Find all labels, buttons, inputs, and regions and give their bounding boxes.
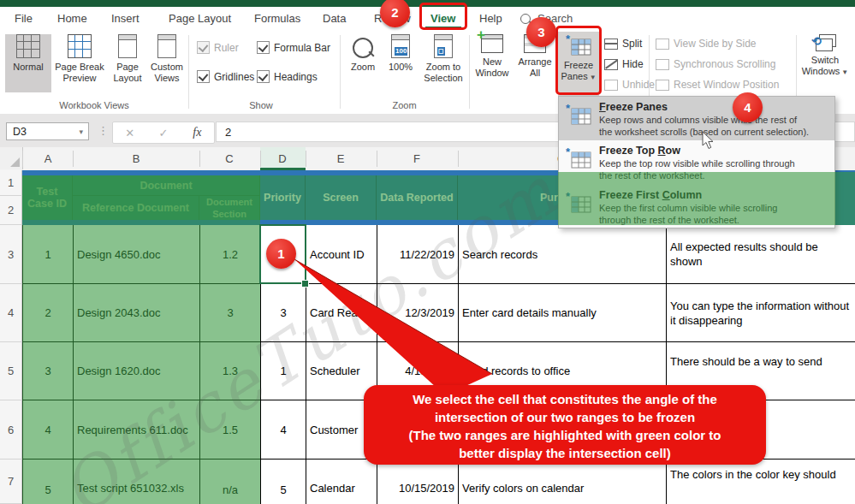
formula-bar-checkbox[interactable]: Formula Bar: [257, 41, 330, 54]
menu-item-freeze-panes[interactable]: * Freeze Panes Keep rows and columns vis…: [559, 97, 834, 140]
row-header-5[interactable]: 5: [0, 342, 22, 400]
reset-window-position-button: Reset Window Position: [656, 79, 779, 91]
cell-b6[interactable]: Requirements 611.doc: [74, 400, 200, 460]
zoom-to-selection-button[interactable]: ◻ Zoom to Selection: [419, 34, 467, 84]
switch-windows-icon: ⟲: [814, 34, 836, 51]
cell-c4[interactable]: 3: [200, 284, 261, 342]
workbook-views-group-label: Workbook Views: [9, 100, 180, 110]
split-button[interactable]: Split: [604, 38, 642, 50]
cell-a5[interactable]: 3: [23, 342, 74, 400]
formula-bar-dots-icon: ⋮: [98, 124, 109, 137]
column-header-f[interactable]: F: [413, 152, 420, 165]
column-header-b[interactable]: B: [133, 152, 140, 165]
column-header-c[interactable]: C: [225, 152, 233, 165]
row-header-7[interactable]: 7: [0, 460, 22, 504]
enter-icon[interactable]: ✓: [146, 127, 180, 139]
cell-a4[interactable]: 2: [23, 284, 74, 342]
header-reference-document[interactable]: Reference Document: [73, 196, 199, 220]
column-header-a[interactable]: A: [45, 152, 52, 165]
header-document[interactable]: Document: [73, 175, 260, 196]
header-test-case-id[interactable]: TestCase ID: [22, 175, 73, 220]
tab-page-layout[interactable]: Page Layout: [169, 12, 231, 25]
cell-d4[interactable]: 3: [261, 284, 306, 342]
svg-text:*: *: [566, 147, 571, 158]
switch-windows-button[interactable]: ⟲ Switch Windows▼: [801, 34, 849, 78]
normal-view-button[interactable]: Normal: [5, 34, 51, 92]
name-box-dropdown-icon[interactable]: ▾: [79, 127, 83, 136]
tab-help[interactable]: Help: [479, 12, 502, 25]
gridlines-checkbox[interactable]: Gridlines: [197, 70, 254, 83]
cell-a6[interactable]: 4: [23, 400, 74, 460]
cell-g3[interactable]: Search records: [459, 225, 667, 284]
freeze-first-column-menu-icon: *: [566, 192, 591, 214]
page-break-preview-button[interactable]: Page Break Preview: [53, 34, 106, 84]
fill-handle[interactable]: [301, 280, 309, 288]
header-priority[interactable]: Priority: [260, 175, 306, 220]
menu-item-freeze-top-row[interactable]: * Freeze Top Row Keep the top row visibl…: [559, 140, 834, 184]
cell-b7[interactable]: Test script 651032.xls: [74, 460, 200, 504]
row-header-4[interactable]: 4: [0, 284, 22, 342]
cell-b5[interactable]: Design 1620.doc: [74, 342, 200, 400]
cell-d7[interactable]: 5: [261, 460, 306, 504]
tab-home[interactable]: Home: [57, 12, 87, 25]
header-screen[interactable]: Screen: [306, 175, 377, 220]
tab-formulas[interactable]: Formulas: [254, 12, 300, 25]
show-group-label: Show: [197, 100, 325, 110]
row-header-3[interactable]: 3: [0, 225, 22, 284]
cell-b4[interactable]: Design 2043.doc: [74, 284, 200, 342]
cell-c3[interactable]: 1.2: [200, 225, 261, 284]
cell-c5[interactable]: 1.3: [200, 342, 261, 400]
cell-a7[interactable]: 5: [23, 460, 74, 504]
cell-f3[interactable]: 11/22/2019: [377, 225, 459, 284]
header-data-reported[interactable]: Data Reported: [377, 175, 458, 220]
checkbox-checked-icon: [197, 41, 210, 54]
column-header-d[interactable]: D: [278, 152, 286, 165]
cell-c6[interactable]: 1.5: [200, 400, 261, 460]
view-side-by-side-icon: [656, 39, 669, 50]
cell-e3[interactable]: Account ID: [306, 225, 377, 284]
cell-a3[interactable]: 1: [23, 225, 74, 284]
cell-g4[interactable]: Enter card details manually: [459, 284, 667, 342]
cell-h4[interactable]: You can type the information without it …: [667, 284, 855, 342]
cell-c7[interactable]: n/a: [200, 460, 261, 504]
zoom-button[interactable]: Zoom: [344, 36, 382, 73]
tab-file[interactable]: File: [15, 12, 33, 25]
cancel-icon[interactable]: ✕: [113, 127, 146, 139]
zoom-100-button[interactable]: 100 100%: [383, 34, 418, 73]
cell-f7[interactable]: 10/15/2019: [377, 460, 459, 504]
tab-insert[interactable]: Insert: [111, 12, 140, 25]
cell-f4[interactable]: 12/3/2019: [377, 284, 459, 342]
cell-d5[interactable]: 1: [261, 342, 306, 400]
select-all-corner[interactable]: [0, 147, 23, 169]
page-break-preview-icon: [68, 34, 92, 58]
insert-function-icon[interactable]: fx: [181, 126, 214, 139]
formula-buttons: ✕ ✓ fx: [112, 122, 215, 144]
row-header-6[interactable]: 6: [0, 400, 22, 460]
custom-views-button[interactable]: Custom Views: [147, 34, 187, 84]
zoom-100-icon: 100: [391, 34, 410, 58]
cell-d6[interactable]: 4: [261, 400, 306, 460]
headings-checkbox[interactable]: Headings: [257, 70, 318, 83]
row-header-2[interactable]: 2: [0, 196, 22, 225]
tab-data[interactable]: Data: [323, 12, 346, 25]
new-window-button[interactable]: + New Window: [472, 34, 512, 79]
name-box[interactable]: D3 ▾: [6, 122, 89, 140]
cell-b3[interactable]: Design 4650.doc: [74, 225, 200, 284]
hide-icon: [604, 59, 618, 70]
group-divider: [188, 35, 189, 109]
page-layout-view-button[interactable]: Page Layout: [108, 34, 147, 84]
row-header-1[interactable]: 1: [0, 170, 22, 196]
header-document-section[interactable]: Document Section: [199, 196, 260, 220]
cell-g7[interactable]: Verify colors on calendar: [459, 460, 667, 504]
zoom-magnifier-icon: [353, 38, 373, 58]
cell-e7[interactable]: Calendar: [306, 460, 377, 504]
cell-h7[interactable]: The colors in the color key should: [667, 460, 855, 504]
ruler-checkbox: Ruler: [197, 41, 239, 54]
cell-e4[interactable]: Card Reader: [306, 284, 377, 342]
menu-item-freeze-first-column[interactable]: * Freeze First Column Keep the first col…: [559, 185, 834, 228]
column-header-e[interactable]: E: [337, 152, 345, 165]
hide-button[interactable]: Hide: [604, 58, 644, 70]
synchronous-scrolling-button: Synchronous Scrolling: [656, 58, 775, 70]
cell-h3[interactable]: All expected results should be shown: [667, 225, 855, 284]
zoom-to-selection-icon: ◻: [434, 34, 453, 58]
